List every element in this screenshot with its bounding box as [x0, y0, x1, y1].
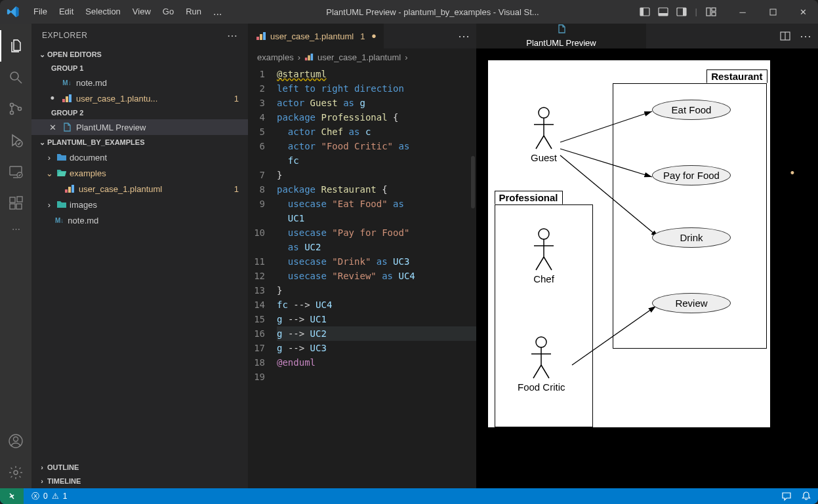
- crumb-sep: ›: [405, 52, 407, 62]
- layout-bottom-icon[interactable]: [656, 7, 670, 17]
- preview-icon: [556, 24, 567, 34]
- svg-point-12: [10, 111, 14, 115]
- status-bar: ⓧ0 ⚠1: [0, 488, 818, 504]
- preview-canvas[interactable]: RestaurantProfessionalGuestChefFood Crit…: [476, 48, 818, 488]
- svg-line-50: [544, 257, 552, 270]
- breadcrumbs[interactable]: examples › user_case_1.plantuml ›: [248, 48, 476, 66]
- sidebar: EXPLORER ⋯ ⌄ OPEN EDITORS GROUP 1 M↓ not…: [31, 24, 248, 488]
- menu-view[interactable]: View: [127, 0, 157, 24]
- svg-rect-27: [65, 189, 68, 193]
- crumb-folder[interactable]: examples: [257, 52, 294, 62]
- folder-label: images: [70, 200, 97, 210]
- project-section[interactable]: ⌄ PLANTUML_BY_EXAMPLES: [31, 135, 248, 149]
- folder-images[interactable]: › images: [31, 197, 248, 212]
- menu-overflow[interactable]: ...: [207, 0, 228, 24]
- tab-m-badge: 1: [360, 31, 365, 41]
- plantuml-icon: [304, 52, 314, 62]
- menu-run[interactable]: Run: [180, 0, 207, 24]
- open-editor-usecase[interactable]: • user_case_1.plantu... 1: [31, 90, 248, 106]
- folder-open-icon: [56, 168, 67, 178]
- explorer-header: EXPLORER ⋯: [31, 24, 248, 47]
- explorer-title: EXPLORER: [42, 31, 87, 40]
- svg-rect-9: [770, 9, 776, 15]
- layout-right-icon[interactable]: [674, 7, 689, 17]
- crumb-file[interactable]: user_case_1.plantuml: [317, 52, 401, 62]
- tree-file-usecase[interactable]: user_case_1.plantuml 1: [31, 181, 248, 197]
- package-label: Professional: [495, 191, 563, 204]
- layout-left-icon[interactable]: [638, 7, 652, 17]
- layout-custom-icon[interactable]: [704, 7, 718, 17]
- svg-rect-32: [263, 32, 266, 40]
- menu-go[interactable]: Go: [157, 0, 180, 24]
- maximize-button[interactable]: [758, 0, 788, 24]
- bell-icon[interactable]: [801, 491, 811, 501]
- warning-count: 1: [63, 492, 68, 501]
- close-icon[interactable]: ✕: [47, 123, 58, 132]
- minimize-button[interactable]: ─: [727, 0, 758, 24]
- svg-line-45: [544, 136, 552, 149]
- account-icon[interactable]: [0, 425, 31, 457]
- split-icon[interactable]: [780, 31, 790, 41]
- menu-selection[interactable]: Selection: [79, 0, 126, 24]
- tree-file-note[interactable]: M↓ note.md: [31, 212, 248, 228]
- svg-rect-30: [256, 37, 259, 40]
- plantuml-icon: [256, 31, 266, 41]
- problems-button[interactable]: ⓧ0 ⚠1: [28, 491, 71, 502]
- svg-rect-20: [17, 197, 22, 202]
- remote-explorer-icon[interactable]: [0, 156, 31, 187]
- title-bar: File Edit Selection View Go Run ... Plan…: [0, 0, 818, 24]
- outline-section[interactable]: › OUTLINE: [31, 459, 248, 474]
- search-icon[interactable]: [0, 62, 31, 93]
- remote-button[interactable]: [0, 488, 24, 504]
- open-editor-preview[interactable]: ✕ PlantUML Preview: [31, 119, 248, 135]
- open-editor-note[interactable]: M↓ note.md: [31, 75, 248, 90]
- chevron-right-icon: ›: [37, 463, 47, 471]
- svg-point-10: [10, 72, 18, 80]
- uml-actor: Food Critic: [518, 336, 565, 393]
- svg-point-51: [536, 337, 546, 347]
- menu-file[interactable]: File: [28, 0, 53, 24]
- markdown-icon: M↓: [62, 77, 72, 88]
- settings-icon[interactable]: [0, 457, 31, 488]
- editor-tabs-right: PlantUML Preview ✕ ⋯: [476, 24, 818, 48]
- files-icon[interactable]: [0, 30, 31, 62]
- code-editor[interactable]: 12345678910111213141516171819 @startumll…: [248, 66, 476, 488]
- svg-line-54: [533, 365, 541, 378]
- code-body[interactable]: @startumlleft to right directionactor Gu…: [277, 66, 476, 488]
- project-label: PLANTUML_BY_EXAMPLES: [47, 138, 145, 146]
- markdown-icon: M↓: [55, 217, 64, 224]
- extensions-icon[interactable]: [0, 187, 31, 219]
- debug-icon[interactable]: [0, 125, 31, 156]
- chevron-right-icon: ›: [37, 477, 47, 485]
- tab-preview[interactable]: PlantUML Preview ✕: [476, 24, 647, 48]
- svg-rect-25: [66, 96, 68, 102]
- svg-rect-6: [706, 8, 710, 16]
- open-editors-section[interactable]: ⌄ OPEN EDITORS: [31, 47, 248, 62]
- mod-badge: 1: [234, 184, 239, 194]
- chevron-right-icon: ›: [45, 200, 54, 210]
- feedback-icon[interactable]: [781, 491, 792, 501]
- folder-examples[interactable]: ⌄ examples •: [31, 165, 248, 181]
- tab-overflow-icon[interactable]: ⋯: [458, 29, 470, 43]
- menu-edit[interactable]: Edit: [53, 0, 79, 24]
- tab-usecase[interactable]: user_case_1.plantuml 1 •: [248, 24, 384, 48]
- svg-rect-28: [68, 187, 71, 193]
- main-menu: File Edit Selection View Go Run ...: [28, 0, 228, 24]
- editor-group-2: PlantUML Preview ✕ ⋯ RestaurantProfessio…: [476, 24, 818, 488]
- explorer-more-icon[interactable]: ⋯: [227, 29, 238, 42]
- scrollbar[interactable]: [466, 66, 476, 488]
- svg-rect-18: [10, 204, 15, 209]
- tab-overflow-icon[interactable]: ⋯: [800, 29, 811, 43]
- uml-usecase: Drink: [652, 227, 731, 248]
- scroll-thumb[interactable]: [471, 156, 475, 208]
- uml-diagram: RestaurantProfessionalGuestChefFood Crit…: [488, 60, 770, 427]
- chevron-down-icon: ⌄: [45, 168, 54, 178]
- chevron-down-icon: ⌄: [37, 138, 47, 147]
- folder-icon: [56, 152, 67, 163]
- timeline-section[interactable]: › TIMELINE: [31, 474, 248, 488]
- close-button[interactable]: ✕: [788, 0, 818, 24]
- activity-overflow[interactable]: ⋯: [0, 219, 31, 239]
- git-icon[interactable]: [0, 93, 31, 125]
- folder-document[interactable]: › document: [31, 149, 248, 165]
- svg-rect-8: [712, 12, 716, 16]
